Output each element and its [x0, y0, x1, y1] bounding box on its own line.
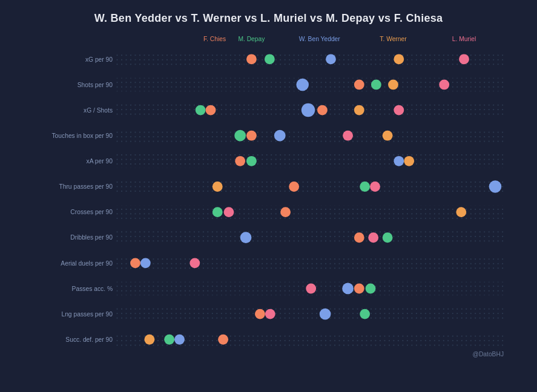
dot-r11-tw	[144, 335, 154, 345]
row-label-10: Lng passes per 90	[61, 311, 113, 318]
player-label-mdepay: M. Depay	[238, 36, 265, 42]
row-bg-4	[116, 154, 504, 168]
dot-r1-mdepay	[371, 80, 381, 90]
row-bg-3	[116, 129, 504, 142]
row-label-7: Dribbles per 90	[70, 234, 113, 241]
player-label-lMuriel: L. Muriel	[452, 36, 476, 42]
dot-r5-lm	[370, 181, 380, 192]
row-bg-6	[116, 205, 504, 218]
dot-r0-tw	[394, 54, 404, 64]
dot-r1-fchiesa	[354, 80, 364, 90]
dot-r3-fchiesa	[246, 131, 257, 141]
dot-r3-mdepay	[234, 130, 246, 142]
dot-r0-mdepay	[265, 54, 275, 64]
chart-body: F. Chies M. Depay W. Ben Yedder T. Werne…	[6, 31, 531, 359]
dot-r3-wby	[274, 130, 286, 142]
chart-title: W. Ben Yedder vs T. Werner vs L. Muriel …	[6, 12, 531, 25]
dot-r4-tw	[404, 156, 414, 166]
row-label-3: Touches in box per 90	[51, 132, 113, 139]
dot-r7-lm	[368, 232, 378, 243]
row-bg-0	[116, 53, 504, 66]
player-label-wbenyedder: W. Ben Yedder	[299, 36, 341, 42]
dot-r5-tw	[212, 181, 223, 192]
dot-r9-wby	[342, 283, 354, 295]
row-label-11: Succ. def. per 90	[65, 336, 113, 343]
dot-r6-mdepay	[212, 207, 223, 217]
row-label-2: xG / Shots	[84, 107, 113, 114]
dot-r10-mdepay	[360, 309, 370, 319]
dot-r1-wby	[296, 79, 309, 91]
row-label-6: Crosses per 90	[70, 209, 113, 215]
dot-r4-fchiesa	[235, 156, 245, 166]
dot-r1-lm	[439, 80, 449, 90]
watermark-text: @DatoBHJ	[472, 351, 504, 358]
chart-container: W. Ben Yedder vs T. Werner vs L. Muriel …	[0, 0, 537, 392]
row-bg-10	[116, 307, 504, 321]
dot-r3-tw	[383, 131, 393, 141]
dot-r2-wby	[301, 103, 315, 117]
dot-r0-lm	[459, 54, 469, 64]
dot-r9-mdepay	[366, 284, 376, 294]
dot-r2-fchiesa2	[317, 105, 328, 116]
dot-r4-wby	[394, 156, 404, 166]
row-label-8: Aerial duels per 90	[61, 260, 113, 267]
row-bg-8	[116, 256, 504, 270]
dot-r4-mdepay	[246, 156, 257, 166]
dot-r9-lm	[306, 284, 316, 294]
player-label-tWerner: T. Werner	[380, 36, 407, 42]
row-label-4: xA per 90	[87, 158, 113, 165]
row-label-1: Shots per 90	[77, 82, 113, 88]
dot-r2-lm	[394, 105, 404, 116]
dot-r6-fchiesa	[280, 207, 291, 217]
dot-r8-fchiesa	[130, 258, 140, 268]
dot-r11-mdepay	[164, 335, 174, 345]
dot-r5-fchiesa	[289, 181, 299, 192]
dot-r8-lm	[189, 258, 200, 268]
dot-r10-wby	[320, 309, 331, 320]
dot-r5-mdepay	[360, 181, 370, 192]
player-label-fchiesa: F. Chies	[203, 36, 226, 42]
dot-r1-tw	[388, 80, 398, 90]
row-bg-7	[116, 230, 504, 244]
dot-r5-wby	[489, 180, 502, 193]
row-label-0: xG per 90	[85, 56, 113, 63]
dot-r0-wby	[326, 54, 336, 64]
dot-r10-fchiesa	[255, 309, 265, 319]
dot-r9-fchiesa	[354, 284, 364, 294]
dot-r3-lm	[343, 131, 353, 141]
chart-svg: F. Chies M. Depay W. Ben Yedder T. Werne…	[6, 31, 531, 359]
dot-r10-lm	[265, 309, 275, 319]
dot-r7-fchiesa	[354, 232, 364, 243]
dot-r7-mdepay	[383, 232, 393, 243]
dot-r8-wby	[140, 258, 151, 268]
row-label-9: Passes acc. %	[72, 286, 113, 292]
row-bg-5	[116, 180, 504, 193]
dot-r6-tw	[456, 207, 466, 217]
dot-r6-lm	[224, 207, 234, 217]
dot-r0-fchiesa	[246, 54, 257, 64]
dot-r2-fchiesa	[206, 105, 216, 116]
dot-r2-mdepay	[196, 105, 206, 116]
row-label-5: Thru passes per 90	[59, 183, 113, 190]
dot-r2-tw	[354, 105, 364, 116]
dot-r7-wby	[240, 232, 252, 243]
dot-r11-fchiesa	[218, 335, 228, 345]
dot-r11-wby	[174, 335, 185, 345]
